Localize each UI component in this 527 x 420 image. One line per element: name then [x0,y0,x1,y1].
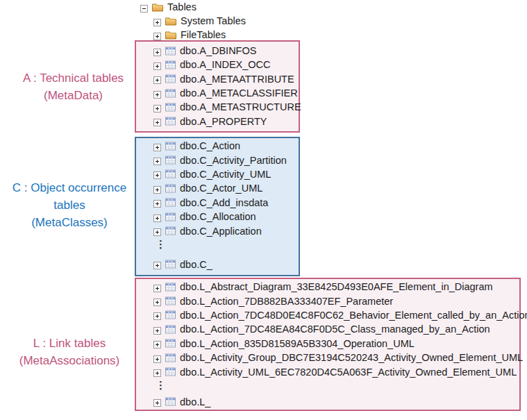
expand-plus-icon[interactable] [153,213,161,221]
tree-node-label[interactable]: dbo.C_Application [179,226,262,237]
tree-node-label[interactable]: dbo.A_DBINFOS [179,45,256,56]
tree-node-table[interactable]: dbo.A_DBINFOS [153,44,299,58]
table-icon [165,103,176,112]
object-explorer-annotated-screenshot: Tables System Tables FileTables dbo.A_DB… [0,0,527,420]
expand-plus-icon[interactable] [153,142,161,150]
tree-node-table[interactable]: dbo.L_Action_7DB882BA333407EF_Parameter [153,294,519,308]
tree-node-label[interactable]: dbo.C_Activity_UML [179,169,271,180]
tree-node-label[interactable]: dbo.C_Action [179,140,240,151]
expand-plus-icon[interactable] [153,47,161,55]
expand-plus-icon[interactable] [153,31,161,39]
tree-node-system-tables[interactable]: System Tables [153,15,246,27]
table-icon [165,169,176,178]
tree-node-table[interactable]: dbo.C_Action [153,139,299,153]
table-icon [165,74,176,83]
tree-node-table[interactable]: dbo.C_Activity_Partition [153,153,299,167]
tree-node-label[interactable]: dbo.A_METACLASSIFIER [179,87,298,99]
tree-node-label[interactable]: dbo.A_PROPERTY [179,116,267,127]
tree-node-tables[interactable]: Tables [140,1,196,13]
tree-node-label[interactable]: dbo.A_METAATTRIBUTE [179,74,294,85]
tree-node-table[interactable]: dbo.C_ [153,258,299,271]
expand-plus-icon[interactable] [153,368,161,376]
table-icon [165,142,176,151]
expand-plus-icon[interactable] [153,185,161,192]
tree-node-label[interactable]: dbo.C_Actor_UML [179,183,262,194]
table-icon [165,296,176,305]
tree-node-table[interactable]: dbo.L_Abstract_Diagram_33E8425D493E0AFE_… [153,280,519,294]
tree-node-table[interactable]: dbo.C_Actor_UML [153,181,299,195]
tree-node-table[interactable]: dbo.L_Action_835D81589A5B3304_Operation_… [153,337,519,351]
expand-plus-icon[interactable] [153,61,161,69]
tree-node-table[interactable]: dbo.A_METAATTRIBUTE [153,72,299,86]
annotation-c-object-occurrence-tables: C : Object occurrence tables (MetaClasse… [0,179,139,231]
table-icon [165,89,176,98]
expand-plus-icon[interactable] [153,283,161,291]
tree-node-filetables[interactable]: FileTables [153,28,226,41]
highlight-box-l-link-tables: dbo.L_Abstract_Diagram_33E8425D493E0AFE_… [135,278,521,411]
table-icon [165,117,176,126]
tree-node-table[interactable]: dbo.A_METACLASSIFIER [153,86,299,100]
tree-node-table[interactable]: dbo.L_Action_7DC48EA84C8F0D5C_Class_mana… [153,322,519,336]
expand-plus-icon[interactable] [153,199,161,206]
tree-node-table[interactable]: dbo.A_PROPERTY [153,114,299,128]
tree-node-label[interactable]: dbo.L_ [179,396,210,408]
omitted-rows-ellipsis: ⋮ [153,379,519,392]
annotation-line: C : Object occurrence [0,179,139,196]
tree-node-table[interactable]: dbo.A_INDEX_OCC [153,58,299,72]
annotation-line: L : Link tables [0,335,139,352]
annotation-line: (MetaAssociations) [0,352,139,369]
expand-plus-icon[interactable] [153,260,161,268]
tree-node-table[interactable]: dbo.L_Activity_Group_DBC7E3194C520243_Ac… [153,351,519,364]
table-icon [165,47,176,56]
tree-node-label[interactable]: dbo.L_Abstract_Diagram_33E8425D493E0AFE_… [179,281,493,292]
folder-icon [165,31,176,40]
expand-plus-icon[interactable] [153,75,161,83]
expand-plus-icon[interactable] [153,170,161,178]
annotation-l-link-tables: L : Link tables (MetaAssociations) [0,335,139,369]
tree-node-label[interactable]: dbo.A_INDEX_OCC [179,59,271,70]
tree-node-label[interactable]: FileTables [180,29,226,40]
tree-node-label[interactable]: dbo.C_Allocation [179,211,256,222]
tree-node-table[interactable]: dbo.C_Application [153,224,299,237]
expand-plus-icon[interactable] [153,354,161,362]
expand-plus-icon[interactable] [153,117,161,125]
expand-plus-icon[interactable] [153,297,161,305]
tree-node-table[interactable]: dbo.C_Add_insdata [153,196,299,210]
tree-node-table[interactable]: dbo.A_METASTRUCTURE [153,100,299,114]
table-icon [165,283,176,292]
tree-node-label[interactable]: dbo.L_Action_7DC48EA84C8F0D5C_Class_mana… [179,324,490,335]
table-icon [165,310,176,319]
tree-node-table[interactable]: dbo.L_Activity_UML_6EC7820D4C5A063F_Acti… [153,364,519,378]
tree-node-label[interactable]: Tables [167,1,196,12]
collapse-minus-icon[interactable] [140,3,148,11]
tree-node-table[interactable]: dbo.L_Action_7DC48D0E4C8F0C62_Behavior_E… [153,308,519,322]
expand-plus-icon[interactable] [153,326,161,333]
expand-plus-icon[interactable] [153,90,161,97]
tree-node-label[interactable]: dbo.C_Activity_Partition [179,155,287,166]
tree-node-table[interactable]: dbo.C_Activity_UML [153,167,299,181]
table-icon [165,212,176,221]
expand-plus-icon[interactable] [153,398,161,405]
tree-node-table[interactable]: dbo.L_ [153,395,519,409]
expand-plus-icon[interactable] [153,103,161,111]
tree-node-label[interactable]: dbo.L_Action_7DB882BA333407EF_Parameter [179,296,393,307]
tree-node-label[interactable]: System Tables [180,15,246,26]
table-icon [165,156,176,165]
table-icon [165,397,176,406]
expand-plus-icon[interactable] [153,156,161,164]
annotation-line: (MetaClasses) [0,214,139,231]
tree-node-label[interactable]: dbo.C_ [179,259,212,270]
folder-icon [165,17,176,26]
tree-node-label[interactable]: dbo.L_Action_7DC48D0E4C8F0C62_Behavior_E… [179,310,527,321]
expand-plus-icon[interactable] [153,339,161,347]
tree-node-label[interactable]: dbo.A_METASTRUCTURE [179,101,301,112]
tree-node-label[interactable]: dbo.L_Action_835D81589A5B3304_Operation_… [179,338,415,349]
tree-node-label[interactable]: dbo.L_Activity_UML_6EC7820D4C5A063F_Acti… [179,367,517,378]
tree-node-table[interactable]: dbo.C_Allocation [153,210,299,224]
expand-plus-icon[interactable] [153,311,161,319]
expand-plus-icon[interactable] [153,17,161,25]
expand-plus-icon[interactable] [153,227,161,235]
table-icon [165,60,176,69]
tree-node-label[interactable]: dbo.C_Add_insdata [179,197,268,208]
tree-node-label[interactable]: dbo.L_Activity_Group_DBC7E3194C520243_Ac… [179,352,523,363]
